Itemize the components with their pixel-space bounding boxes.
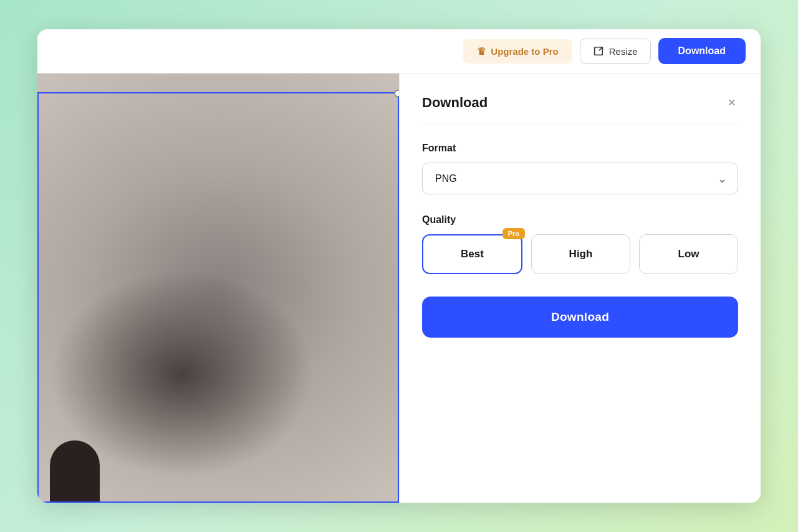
panel-header: Download × bbox=[422, 93, 738, 125]
resize-button[interactable]: Resize bbox=[580, 39, 651, 64]
app-container: ♛ Upgrade to Pro Resize Download bbox=[37, 29, 761, 503]
close-button[interactable]: × bbox=[725, 93, 738, 112]
quality-high-label: High bbox=[569, 248, 593, 260]
canvas-image bbox=[37, 74, 399, 503]
quality-best-label: Best bbox=[461, 248, 484, 260]
quality-low-label: Low bbox=[678, 248, 699, 260]
toolbar: ♛ Upgrade to Pro Resize Download bbox=[37, 29, 761, 74]
format-label: Format bbox=[422, 143, 738, 154]
quality-options: Pro Best High Low bbox=[422, 234, 738, 274]
download-panel: Download × Format PNG JPG WEBP SVG ⌄ bbox=[399, 74, 761, 503]
panel-title: Download bbox=[422, 95, 488, 111]
resize-icon bbox=[593, 45, 604, 57]
format-section: Format PNG JPG WEBP SVG ⌄ bbox=[422, 143, 738, 194]
quality-high-button[interactable]: High bbox=[531, 234, 630, 274]
download-action-button[interactable]: Download bbox=[422, 297, 738, 338]
image-bottom-shape bbox=[50, 440, 100, 503]
close-icon: × bbox=[728, 96, 736, 110]
resize-label: Resize bbox=[609, 46, 638, 57]
upgrade-to-pro-button[interactable]: ♛ Upgrade to Pro bbox=[463, 39, 572, 64]
quality-best-button[interactable]: Pro Best bbox=[422, 234, 522, 274]
download-header-label: Download bbox=[678, 45, 726, 56]
pro-badge: Pro bbox=[502, 228, 525, 239]
image-content bbox=[37, 74, 399, 503]
main-area: Download × Format PNG JPG WEBP SVG ⌄ bbox=[37, 74, 761, 503]
format-select-wrapper: PNG JPG WEBP SVG ⌄ bbox=[422, 163, 738, 194]
upgrade-label: Upgrade to Pro bbox=[491, 46, 558, 57]
quality-low-button[interactable]: Low bbox=[639, 234, 738, 274]
quality-section: Quality Pro Best High Low bbox=[422, 214, 738, 274]
crown-icon: ♛ bbox=[477, 45, 486, 57]
quality-label: Quality bbox=[422, 214, 738, 226]
download-action-label: Download bbox=[551, 310, 609, 323]
canvas-area bbox=[37, 74, 399, 503]
download-header-button[interactable]: Download bbox=[658, 38, 746, 64]
format-select[interactable]: PNG JPG WEBP SVG bbox=[422, 163, 738, 194]
